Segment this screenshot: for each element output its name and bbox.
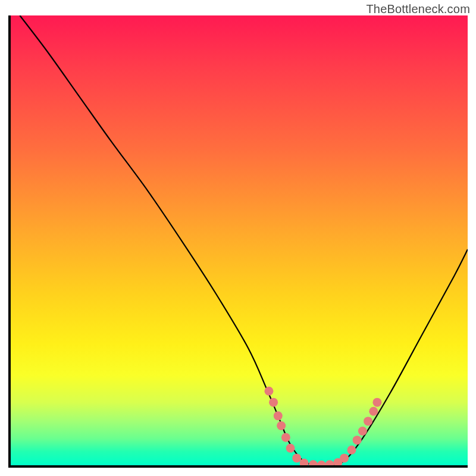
highlight-dots — [264, 387, 381, 465]
plot-area — [8, 15, 468, 468]
highlight-dot — [364, 416, 372, 425]
highlight-dot — [309, 460, 318, 465]
highlight-dot — [372, 398, 381, 407]
highlight-dot — [292, 453, 301, 462]
highlight-dot — [347, 446, 356, 455]
highlight-dot — [325, 460, 334, 465]
highlight-dot — [277, 421, 286, 430]
highlight-dot — [317, 461, 326, 465]
watermark-text: TheBottleneck.com — [366, 2, 470, 16]
highlight-dot — [358, 427, 367, 436]
highlight-dot — [340, 453, 349, 462]
highlight-dot — [369, 407, 378, 416]
highlight-dot — [264, 387, 273, 396]
highlight-dot — [269, 398, 278, 407]
highlight-dot — [274, 411, 283, 420]
chart-container: TheBottleneck.com — [0, 0, 476, 476]
highlight-dot — [353, 436, 362, 444]
highlight-dot — [286, 444, 295, 453]
highlight-dot — [281, 433, 290, 442]
bottleneck-curve — [20, 15, 468, 465]
curve-svg — [11, 15, 468, 465]
